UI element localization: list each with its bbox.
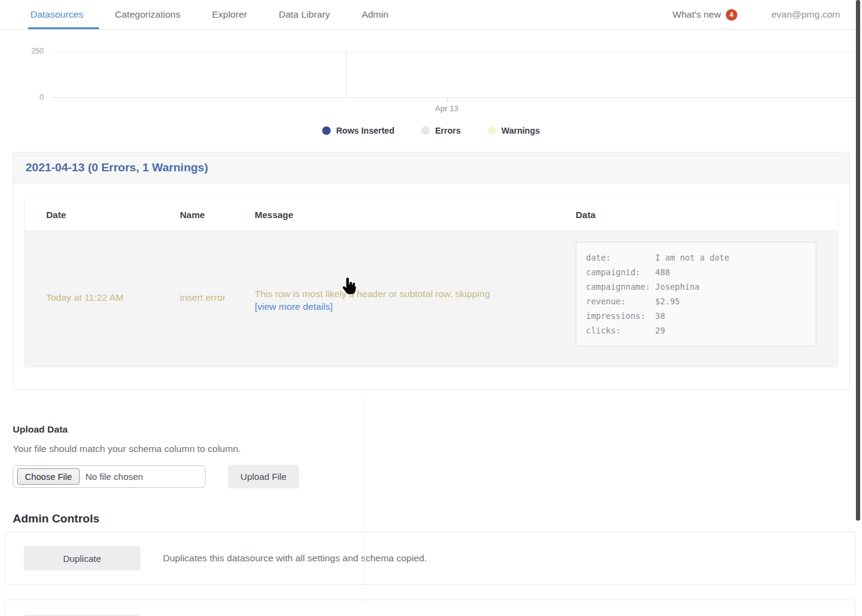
data-value: I am not a date [655, 250, 729, 265]
upload-file-button[interactable]: Upload File [228, 465, 299, 488]
row-data-json-box: date: I am not a date campaignid: 488 ca… [576, 242, 816, 346]
tab-admin-label: Admin [362, 9, 388, 20]
active-tab-underline [28, 27, 99, 29]
faint-vertical-seam [365, 394, 365, 603]
column-header-message: Message [255, 210, 576, 220]
legend-item-warnings[interactable]: Warnings [488, 126, 540, 135]
nav-tabs: Datasources Categorizations Explorer Dat… [30, 0, 388, 29]
data-value: 488 [655, 265, 670, 279]
whats-new-link[interactable]: What's new 4 [672, 9, 737, 21]
data-value: 38 [655, 309, 665, 323]
data-key: campaignname: [586, 279, 655, 294]
page: Datasources Categorizations Explorer Dat… [0, 0, 862, 616]
legend-item-rows-inserted[interactable]: Rows Inserted [322, 126, 395, 135]
admin-control-archive: Archive Datasource Archives the datasour… [4, 600, 856, 616]
y-axis-tick-250: 250 [0, 47, 44, 55]
data-key: campaignid: [586, 265, 655, 279]
data-field-date: date: I am not a date [586, 250, 806, 265]
file-chosen-status: No file chosen [85, 471, 143, 482]
warnings-table: Date Name Message Data Today at 11:22 AM… [25, 199, 838, 366]
scrollbar[interactable] [856, 0, 860, 521]
data-value: $2.95 [655, 294, 680, 309]
y-axis-tick-0: 0 [0, 93, 44, 101]
upload-controls: Choose File No file chosen Upload File [13, 465, 299, 488]
data-field-revenue: revenue: $2.95 [586, 294, 806, 309]
data-value: 29 [655, 323, 665, 338]
column-header-data: Data [576, 210, 816, 220]
warning-message-text: This row is most likely a header or subt… [255, 287, 557, 301]
row-data-cell: date: I am not a date campaignid: 488 ca… [576, 242, 816, 354]
tab-admin[interactable]: Admin [362, 0, 388, 29]
tab-datasources[interactable]: Datasources [30, 0, 83, 29]
chart-legend: Rows Inserted Errors Warnings [0, 126, 862, 135]
notification-badge: 4 [726, 9, 737, 21]
legend-rows-inserted-label: Rows Inserted [336, 126, 395, 135]
upload-data-section: Upload Data Your file should match your … [13, 424, 299, 488]
admin-control-duplicate: Duplicate Duplicates this datasource wit… [4, 532, 856, 585]
ingestion-chart: 250 0 Apr 13 Rows Inserted Errors Warnin… [0, 30, 862, 148]
data-key: impressions: [586, 309, 655, 323]
whats-new-label: What's new [672, 9, 721, 20]
duplicate-button[interactable]: Duplicate [24, 546, 140, 570]
nav-right: What's new 4 evan@pmg.com [672, 9, 862, 21]
data-key: revenue: [586, 294, 655, 309]
chart-faint-bar [346, 52, 347, 98]
data-key: clicks: [586, 323, 655, 338]
tab-explorer-label: Explorer [212, 9, 247, 20]
gridline-250 [52, 52, 856, 52]
data-field-campaignid: campaignid: 488 [586, 265, 806, 279]
row-name-cell: insert error [180, 242, 255, 354]
choose-file-button[interactable]: Choose File [17, 468, 80, 485]
row-message-cell: This row is most likely a header or subt… [255, 242, 576, 354]
errors-dot-icon [421, 126, 430, 135]
data-field-impressions: impressions: 38 [586, 309, 806, 323]
legend-errors-label: Errors [435, 126, 461, 135]
tab-categorizations-label: Categorizations [115, 9, 181, 20]
admin-controls-heading: Admin Controls [13, 512, 100, 525]
warnings-dot-icon [488, 126, 496, 135]
column-header-name: Name [180, 210, 255, 220]
duplicate-description: Duplicates this datasource with all sett… [163, 553, 427, 564]
gridline-0 [52, 97, 856, 98]
tab-data-library[interactable]: Data Library [278, 0, 329, 29]
row-date-cell: Today at 11:22 AM [46, 242, 180, 354]
upload-data-heading: Upload Data [13, 424, 299, 435]
table-row: Today at 11:22 AM insert error This row … [25, 230, 838, 366]
mouse-pointer-cursor [342, 276, 357, 295]
column-header-date: Date [46, 210, 180, 220]
table-header-row: Date Name Message Data [25, 199, 838, 230]
tab-datasources-label: Datasources [30, 9, 83, 20]
data-field-clicks: clicks: 29 [586, 323, 806, 338]
panel-title: 2021-04-13 (0 Errors, 1 Warnings) [26, 161, 837, 174]
top-nav: Datasources Categorizations Explorer Dat… [0, 0, 862, 30]
tab-explorer[interactable]: Explorer [212, 0, 247, 29]
day-summary-panel: 2021-04-13 (0 Errors, 1 Warnings) Date N… [13, 152, 850, 390]
data-value: Josephina [655, 279, 700, 294]
panel-body: Date Name Message Data Today at 11:22 AM… [13, 183, 849, 389]
data-field-campaignname: campaignname: Josephina [586, 279, 806, 294]
view-more-details-link[interactable]: [view more details] [255, 301, 557, 312]
x-axis-label: Apr 13 [416, 104, 477, 113]
user-email-menu[interactable]: evan@pmg.com [771, 9, 840, 20]
legend-warnings-label: Warnings [502, 126, 540, 135]
rows-inserted-dot-icon [322, 126, 331, 135]
tab-categorizations[interactable]: Categorizations [115, 0, 181, 29]
legend-item-errors[interactable]: Errors [421, 126, 461, 135]
file-input[interactable]: Choose File No file chosen [13, 465, 205, 488]
tab-data-library-label: Data Library [278, 9, 329, 20]
data-key: date: [586, 250, 655, 265]
panel-header: 2021-04-13 (0 Errors, 1 Warnings) [13, 152, 849, 183]
x-axis-tick-mark [447, 97, 447, 102]
upload-data-description: Your file should match your schema colum… [13, 443, 299, 454]
